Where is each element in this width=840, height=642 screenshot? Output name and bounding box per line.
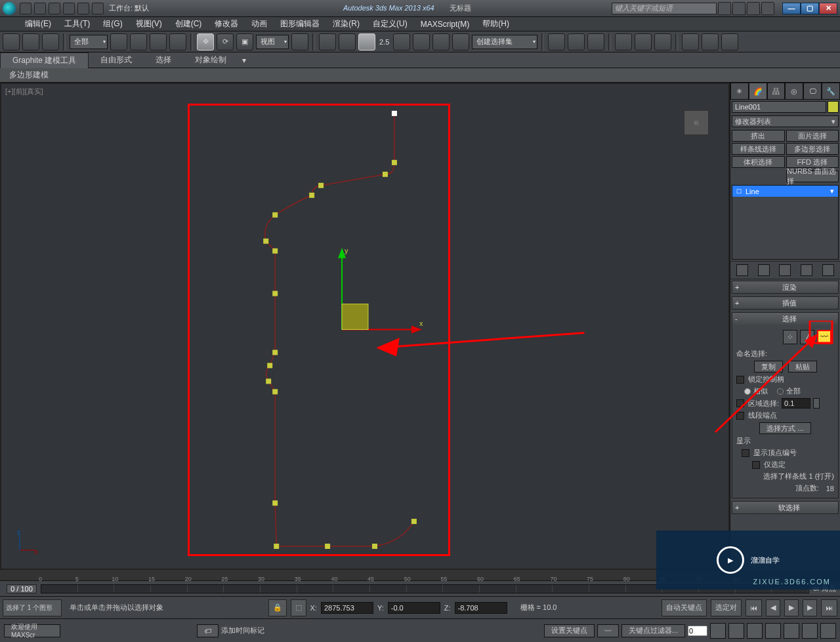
tab-selection[interactable]: 选择 [144, 52, 183, 68]
select-name-icon[interactable] [130, 33, 147, 50]
schematic-view-icon[interactable] [635, 33, 652, 50]
comm-center-icon[interactable] [732, 2, 746, 15]
app-icon[interactable] [3, 2, 16, 15]
render-setup-icon[interactable] [682, 33, 699, 50]
mod-volumesel-button[interactable]: 体积选择 [732, 156, 785, 168]
motion-tab-icon[interactable]: ◎ [785, 83, 803, 100]
coord-x-input[interactable] [321, 602, 373, 614]
object-name-input[interactable] [732, 101, 826, 113]
paste-button[interactable]: 粘贴 [788, 361, 817, 372]
coord-y-input[interactable] [388, 602, 440, 614]
percent-snap-icon[interactable] [413, 33, 430, 50]
menu-group[interactable]: 组(G) [96, 17, 129, 31]
rotate-tool-icon[interactable]: ⟳ [217, 33, 234, 50]
show-vertnum-checkbox[interactable] [742, 449, 749, 457]
panel-polymodeling[interactable]: 多边形建模 [0, 68, 58, 82]
render-icon[interactable] [721, 33, 738, 50]
modifier-stack[interactable]: Line▾ [732, 185, 839, 260]
setkey-button[interactable]: 设置关键点 [544, 624, 595, 637]
angle-snap-icon[interactable] [393, 33, 410, 50]
hierarchy-tab-icon[interactable]: 品 [767, 83, 786, 100]
window-crossing-icon[interactable] [169, 33, 186, 50]
edit-named-sel-icon[interactable] [452, 33, 469, 50]
area-select-checkbox[interactable] [736, 399, 744, 407]
vp-zoom-icon[interactable] [747, 623, 763, 639]
area-select-value[interactable] [782, 398, 810, 409]
modify-tab-icon[interactable]: 🌈 [749, 83, 767, 100]
create-tab-icon[interactable]: ✳ [730, 83, 749, 100]
lock-handles-checkbox[interactable] [736, 376, 744, 384]
selected-only-button[interactable]: 选定对 [711, 599, 742, 616]
vp-pan-icon[interactable] [728, 623, 744, 639]
open-icon[interactable] [34, 3, 46, 14]
tab-freeform[interactable]: 自由形式 [89, 52, 144, 68]
unlink-tool-icon[interactable] [22, 33, 39, 50]
material-editor-icon[interactable] [654, 33, 671, 50]
goto-start-icon[interactable]: ⏮ [746, 599, 762, 616]
search-go-icon[interactable] [718, 2, 731, 15]
align-icon[interactable] [568, 33, 585, 50]
select-region-icon[interactable] [150, 33, 167, 50]
copy-button[interactable]: 复制 [754, 361, 783, 372]
layers-icon[interactable] [587, 33, 604, 50]
utilities-tab-icon[interactable]: 🔧 [822, 83, 840, 100]
similar-radio[interactable] [744, 388, 751, 395]
vp-zoom-extents-icon[interactable] [765, 623, 781, 639]
menu-create[interactable]: 创建(C) [169, 17, 209, 31]
menu-modifiers[interactable]: 修改器 [208, 17, 245, 31]
pin-stack-icon[interactable] [736, 264, 748, 276]
maximize-button[interactable]: ▢ [801, 3, 819, 14]
move-tool-icon[interactable]: ✥ [197, 33, 214, 50]
select-by-button[interactable]: 选择方式 ... [759, 422, 810, 434]
menu-customize[interactable]: 自定义(U) [366, 17, 414, 31]
vp-maximize-icon[interactable] [820, 623, 836, 639]
menu-help[interactable]: 帮助(H) [476, 17, 516, 31]
curve-editor-icon[interactable] [615, 33, 632, 50]
autokey-button[interactable]: 自动关键点 [662, 599, 707, 616]
selection-filter-dropdown[interactable]: 全部 [70, 35, 108, 49]
redo-icon[interactable] [77, 3, 89, 14]
object-color-swatch[interactable] [828, 101, 839, 113]
undo-icon[interactable] [63, 3, 75, 14]
time-config-icon[interactable] [710, 623, 726, 639]
menu-grapheditors[interactable]: 图形编辑器 [274, 17, 326, 31]
rendered-frame-icon[interactable] [702, 33, 719, 50]
next-frame-icon[interactable]: ▶ [803, 599, 817, 616]
configure-sets-icon[interactable] [822, 264, 834, 276]
pivot-center-icon[interactable] [291, 33, 308, 50]
remove-modifier-icon[interactable] [801, 264, 812, 276]
menu-tools[interactable]: 工具(T) [58, 17, 96, 31]
snap-toggle-icon[interactable] [358, 33, 375, 50]
mod-polysel-button[interactable]: 多边形选择 [786, 143, 839, 155]
menu-maxscript[interactable]: MAXScript(M) [414, 18, 476, 30]
workspace-label[interactable]: 工作台: 默认 [109, 3, 149, 13]
isolate-icon[interactable]: ⬚ [291, 599, 306, 616]
lock-selection-icon[interactable]: 🔒 [268, 599, 287, 616]
segment-end-checkbox[interactable] [736, 412, 744, 420]
goto-end-icon[interactable]: ⏭ [821, 599, 837, 616]
scale-tool-icon[interactable]: ▣ [236, 33, 253, 50]
current-frame-input[interactable] [688, 626, 707, 636]
show-end-result-icon[interactable] [758, 264, 770, 276]
bind-space-icon[interactable] [42, 33, 59, 50]
manipulate-icon[interactable] [319, 33, 336, 50]
spinner-snap-icon[interactable] [432, 33, 450, 50]
select-object-icon[interactable] [110, 33, 127, 50]
make-unique-icon[interactable] [779, 264, 791, 276]
maxscript-mini-listener[interactable]: 欢迎使用 MAXScr [4, 624, 60, 637]
stack-item-line[interactable]: Line▾ [732, 186, 838, 197]
only-selected-checkbox[interactable] [752, 461, 760, 469]
prev-frame-icon[interactable]: ◀ [766, 599, 780, 616]
favorites-icon[interactable] [747, 2, 760, 15]
close-button[interactable]: ✕ [819, 3, 837, 14]
subobj-spline-icon[interactable]: 〰 [817, 330, 831, 344]
help-icon[interactable] [761, 2, 774, 15]
named-selection-dropdown[interactable]: 创建选择集 [472, 35, 537, 49]
rollout-header-render[interactable]: +渲染 [732, 281, 838, 293]
rollout-header-selection[interactable]: -选择 [732, 313, 838, 325]
keyboard-shortcut-icon[interactable] [339, 33, 356, 50]
key-filters-button[interactable]: 关键点过滤器... [621, 624, 685, 637]
ref-coord-dropdown[interactable]: 视图 [256, 35, 289, 49]
tab-objectpaint[interactable]: 对象绘制 [183, 52, 238, 68]
subobj-vertex-icon[interactable]: ⁘ [783, 330, 797, 344]
